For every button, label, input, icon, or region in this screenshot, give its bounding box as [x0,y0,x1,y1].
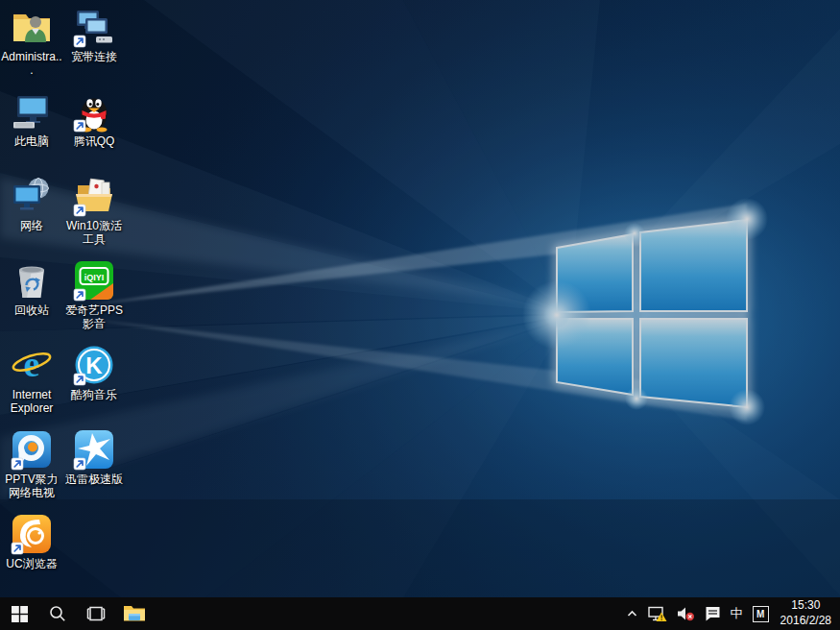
desktop-icon-label: Win10激活工具 [63,220,125,247]
desktop-icon-label: PPTV聚力 网络电视 [1,473,62,500]
svg-text:K: K [85,352,103,378]
input-language-label: 中 [731,605,743,622]
desktop-icon-label: UC浏览器 [6,558,57,571]
desktop-icon-label: Administra... [1,51,62,78]
desktop-icon-internet-explorer[interactable]: e Internet Explorer [1,344,62,416]
recycle-bin-icon [11,259,53,302]
action-center-icon [705,606,721,621]
show-hidden-icons-button[interactable] [626,597,638,630]
network-globe-icon [11,175,53,217]
desktop-icon-xunlei[interactable]: 迅雷极速版 [63,428,125,487]
desktop-icon-label: 网络 [20,220,43,233]
desktop-icon-kugou[interactable]: K 酷狗音乐 [63,344,125,402]
desktop-icon-broadband[interactable]: 宽带连接 [63,6,125,64]
wallpaper-windows-hero [0,0,840,630]
search-button[interactable] [38,597,77,630]
internet-explorer-icon: e [11,344,53,386]
search-icon [49,605,66,622]
desktop-icon-label: 迅雷极速版 [65,473,123,487]
desktop-icon-label: 腾讯QQ [74,135,115,149]
iqiyi-icon: iQIYI [73,259,115,302]
system-tray: 中 M 15:30 2016/2/28 [626,597,840,630]
clock-date: 2016/2/28 [780,614,831,629]
action-center-button[interactable] [705,597,721,630]
qq-penguin-icon [73,90,115,133]
pptv-icon [11,428,53,471]
input-language-indicator[interactable]: 中 [731,597,743,630]
speaker-muted-icon [677,606,695,621]
this-pc-icon [11,90,53,133]
svg-text:e: e [24,344,40,384]
network-status-button[interactable] [648,597,667,630]
clock-time: 15:30 [780,598,831,614]
network-warning-icon [648,606,667,622]
kugou-music-icon: K [73,344,115,386]
desktop-icon-this-pc[interactable]: 此电脑 [1,90,62,149]
desktop-icon-recycle-bin[interactable]: 回收站 [1,259,62,318]
task-view-button[interactable] [77,597,115,630]
xunlei-bird-icon [73,428,115,471]
desktop-icon-label: 回收站 [14,304,49,318]
desktop-icon-administrator[interactable]: Administra... [1,6,62,78]
user-folder-icon [11,6,53,48]
taskbar: 中 M 15:30 2016/2/28 [0,597,840,630]
file-explorer-icon [123,604,146,623]
file-explorer-button[interactable] [115,597,154,630]
uc-squirrel-icon [11,513,53,555]
windows-desktop: Administra... 宽带连接 [0,0,840,630]
desktop-icon-qq[interactable]: 腾讯QQ [63,90,125,149]
desktop-icon-pptv[interactable]: PPTV聚力 网络电视 [1,428,62,500]
ime-mode-button[interactable]: M [753,597,769,630]
desktop-icon-network[interactable]: 网络 [1,175,62,233]
start-button[interactable] [0,597,38,630]
desktop-icon-iqiyi[interactable]: iQIYI 爱奇艺PPS 影音 [63,259,125,331]
chevron-up-icon [626,608,638,619]
svg-text:iQIYI: iQIYI [84,273,105,282]
desktop-icon-label: 此电脑 [14,135,49,149]
ime-mode-label: M [753,606,769,622]
desktop-icon-label: Internet Explorer [1,389,62,416]
desktop-icon-win10-activation[interactable]: Win10激活工具 [63,175,125,247]
desktop-icon-label: 酷狗音乐 [71,389,117,402]
broadband-connection-icon [73,6,115,48]
desktop-icon-label: 宽带连接 [71,51,117,64]
desktop-icon-label: 爱奇艺PPS 影音 [63,304,125,331]
taskbar-clock[interactable]: 15:30 2016/2/28 [779,598,831,628]
folder-documents-icon [73,175,115,217]
task-view-icon [86,606,106,621]
desktop-icon-uc-browser[interactable]: UC浏览器 [1,513,62,571]
volume-button[interactable] [677,597,695,630]
windows-logo-icon [12,606,28,622]
